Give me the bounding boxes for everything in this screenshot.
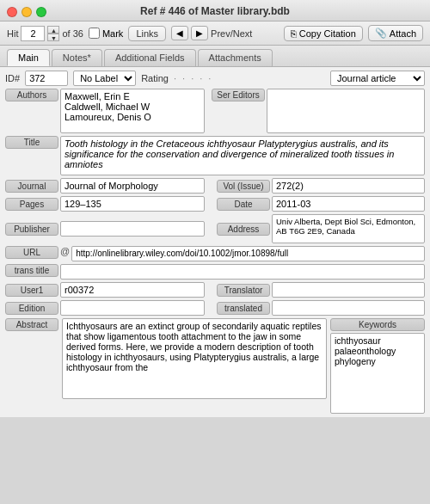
publisher-half: Publisher [5, 214, 213, 243]
title-bar: Ref # 446 of Master library.bdb [0, 0, 430, 22]
mark-group: Mark [89, 28, 123, 39]
pages-field[interactable]: 129–135 [60, 196, 205, 212]
translator-label: Translator [217, 284, 270, 297]
edition-label: Edition [5, 302, 58, 315]
address-half: Address Univ Alberta, Dept Biol Sci, Edm… [217, 214, 425, 243]
url-row: URL @ http://onlinelibrary.wiley.com/doi… [5, 246, 425, 261]
tab-attachments[interactable]: Attachments [198, 49, 273, 66]
translated-label: translated [217, 302, 270, 315]
date-half: Date 2011-03 [217, 196, 425, 212]
tab-main[interactable]: Main [7, 49, 50, 66]
mark-label: Mark [102, 28, 123, 39]
trans-title-field[interactable] [60, 264, 425, 280]
keywords-label: Keywords [330, 318, 425, 331]
abstract-label-col: Abstract [5, 318, 58, 414]
label-select[interactable]: No Label [73, 71, 136, 86]
vol-issue-label: Vol (Issue) [217, 180, 270, 193]
hit-input[interactable] [21, 26, 45, 41]
translator-field[interactable] [272, 282, 425, 298]
abstract-label: Abstract [5, 318, 58, 331]
attach-button[interactable]: 📎 Attach [368, 25, 423, 41]
hit-stepper[interactable]: ▲ ▼ [47, 26, 59, 41]
rating-dots: · · · · · [174, 73, 213, 83]
url-label: URL [5, 246, 58, 259]
publisher-field[interactable] [60, 221, 205, 237]
toolbar-right: ⎘ Copy Citation 📎 Attach [284, 25, 423, 41]
address-label: Address [217, 223, 270, 236]
journal-label: Journal [5, 180, 58, 193]
links-button[interactable]: Links [128, 26, 166, 41]
publisher-row: Publisher Address Univ Alberta, Dept Bio… [5, 214, 425, 243]
translated-field[interactable] [272, 300, 425, 316]
journal-field[interactable]: Journal of Morphology [60, 178, 205, 194]
main-content: ID# 372 No Label Rating · · · · · Journa… [0, 67, 430, 417]
hit-label: Hit [7, 28, 18, 39]
translated-half: translated [217, 300, 425, 316]
url-field[interactable]: http://onlinelibrary.wiley.com/doi/10.10… [71, 246, 425, 261]
window-controls [7, 7, 46, 17]
tab-additional-fields[interactable]: Additional Fields [104, 49, 196, 66]
meta-row: ID# 372 No Label Rating · · · · · Journa… [5, 71, 425, 86]
title-field[interactable]: Tooth histology in the Cretaceous ichthy… [60, 136, 425, 175]
authors-field[interactable]: Maxwell, Erin E Caldwell, Michael W Lamo… [60, 89, 205, 133]
next-button[interactable]: ▶ [191, 26, 208, 40]
mark-checkbox[interactable] [89, 28, 100, 39]
maximize-button[interactable] [36, 7, 46, 17]
stepper-up[interactable]: ▲ [47, 26, 59, 34]
abstract-section: Abstract Ichthyosaurs are an extinct gro… [5, 318, 425, 414]
tab-notes[interactable]: Notes* [52, 49, 102, 66]
title-label: Title [5, 136, 58, 149]
window-title: Ref # 446 of Master library.bdb [140, 5, 290, 17]
journal-row: Journal Journal of Morphology Vol (Issue… [5, 178, 425, 194]
date-field[interactable]: 2011-03 [272, 196, 425, 212]
user1-row: User1 r00372 Translator [5, 282, 425, 298]
keywords-field[interactable]: ichthyosaur palaeonthology phylogeny [330, 333, 425, 414]
title-row: Title Tooth histology in the Cretaceous … [5, 136, 425, 175]
tabs-bar: Main Notes* Additional Fields Attachment… [0, 46, 430, 67]
pages-half: Pages 129–135 [5, 196, 213, 212]
prevnext-group: ◀ ▶ Prev/Next [171, 26, 252, 40]
id-label: ID# [5, 73, 20, 83]
abstract-field[interactable]: Ichthyosaurs are an extinct group of sec… [62, 318, 327, 399]
prevnext-label: Prev/Next [211, 28, 252, 39]
hit-group: Hit ▲ ▼ of 36 [7, 26, 83, 41]
pages-row: Pages 129–135 Date 2011-03 [5, 196, 425, 212]
vol-issue-half: Vol (Issue) 272(2) [217, 178, 425, 194]
toolbar: Hit ▲ ▼ of 36 Mark Links ◀ ▶ Prev/Next ⎘… [0, 22, 430, 46]
user1-field[interactable]: r00372 [60, 282, 205, 298]
keywords-col: Keywords ichthyosaur palaeonthology phyl… [330, 318, 425, 414]
links-group: Links [128, 26, 166, 41]
authors-label: Authors [5, 89, 58, 101]
copy-citation-button[interactable]: ⎘ Copy Citation [284, 26, 363, 41]
pages-label: Pages [5, 198, 58, 211]
prev-button[interactable]: ◀ [171, 26, 188, 40]
vol-issue-field[interactable]: 272(2) [272, 178, 425, 194]
close-button[interactable] [7, 7, 17, 17]
trans-title-label: trans title [5, 264, 58, 277]
journal-half: Journal Journal of Morphology [5, 178, 213, 194]
id-field[interactable]: 372 [25, 71, 68, 86]
date-label: Date [217, 198, 270, 211]
ser-editors-field[interactable] [267, 89, 425, 133]
address-field[interactable]: Univ Alberta, Dept Biol Sci, Edmonton, A… [272, 214, 425, 243]
trans-title-row: trans title [5, 264, 425, 280]
user1-half: User1 r00372 [5, 282, 213, 298]
edition-half: Edition [5, 300, 213, 316]
rating-label: Rating [141, 73, 169, 83]
type-select[interactable]: Journal article [330, 71, 425, 86]
minimize-button[interactable] [22, 7, 32, 17]
authors-row: Authors Maxwell, Erin E Caldwell, Michae… [5, 89, 425, 133]
stepper-down[interactable]: ▼ [47, 34, 59, 41]
edition-row: Edition translated [5, 300, 425, 316]
publisher-label: Publisher [5, 223, 58, 236]
of-label: of 36 [62, 28, 83, 39]
ser-editors-label: Ser Editors [212, 89, 265, 101]
user1-label: User1 [5, 284, 58, 297]
translator-half: Translator [217, 282, 425, 298]
url-at-sign: @ [60, 246, 70, 256]
edition-field[interactable] [60, 300, 205, 316]
